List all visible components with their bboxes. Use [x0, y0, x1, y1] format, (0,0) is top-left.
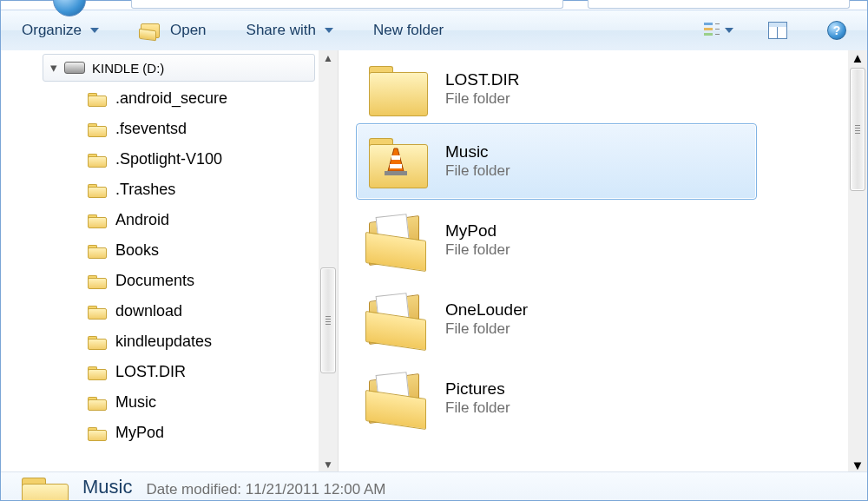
explorer-window: Organize Open Share with New folder ? ▾K… — [0, 0, 868, 501]
folder-icon — [365, 214, 428, 267]
tree-node[interactable]: .Spotlight-V100 — [11, 144, 338, 175]
folder-icon — [88, 122, 107, 137]
share-with-button[interactable]: Share with — [241, 18, 339, 43]
item-type: File folder — [445, 162, 510, 181]
drive-icon — [64, 62, 85, 74]
tree-node[interactable]: kindleupdates — [11, 326, 338, 357]
chevron-down-icon — [325, 28, 333, 33]
items-scrollbar[interactable]: ▲ ▼ — [848, 50, 867, 474]
folder-open-icon — [139, 21, 161, 40]
command-bar: Organize Open Share with New folder ? — [1, 10, 867, 51]
tree-node-label: kindleupdates — [115, 333, 212, 351]
nav-pane: ▾KINDLE (D:).android_secure.fseventsd.Sp… — [1, 50, 339, 474]
folder-icon — [88, 425, 107, 441]
items-view[interactable]: LOST.DIRFile folderMusicFile folderMyPod… — [339, 50, 867, 474]
item-name: OneLouder — [445, 300, 528, 320]
folder-icon — [88, 395, 107, 411]
tree-node-label: .fseventsd — [115, 120, 187, 138]
organize-label: Organize — [22, 22, 82, 39]
tree-node-label: .Spotlight-V100 — [115, 150, 222, 168]
tree-node-label: Documents — [115, 272, 194, 290]
tree-drive-header[interactable]: ▾KINDLE (D:) — [43, 54, 315, 82]
folder-icon — [365, 135, 428, 188]
details-date-modified: Date modified: 11/21/2011 12:00 AM — [146, 481, 385, 498]
item-name: MyPod — [445, 221, 510, 241]
details-name: Music — [82, 476, 132, 498]
tree-node-label: LOST.DIR — [115, 363, 186, 381]
share-label: Share with — [247, 22, 316, 39]
chevron-down-icon — [725, 28, 733, 33]
scroll-thumb[interactable] — [320, 267, 336, 373]
file-item[interactable]: OneLouderFile folder — [356, 281, 757, 358]
help-icon: ? — [827, 21, 846, 40]
tree-node[interactable]: .fseventsd — [11, 114, 338, 144]
tree-node-label: .android_secure — [115, 89, 227, 108]
folder-icon — [88, 243, 107, 259]
scroll-down-icon[interactable]: ▼ — [852, 458, 865, 472]
tree-node-label: Books — [115, 241, 159, 260]
folder-icon — [88, 213, 107, 228]
svg-rect-0 — [391, 155, 400, 160]
open-label: Open — [170, 22, 207, 39]
item-name: Music — [445, 142, 510, 162]
tree-node[interactable]: Books — [11, 235, 338, 266]
scroll-thumb[interactable] — [850, 68, 865, 191]
nav-scrollbar[interactable]: ▲ ▼ — [319, 50, 338, 474]
open-button[interactable]: Open — [134, 17, 212, 43]
tree-node[interactable]: .Trashes — [11, 175, 338, 205]
scroll-up-icon[interactable]: ▲ — [852, 50, 865, 65]
file-item[interactable]: LOST.DIRFile folder — [356, 58, 757, 121]
item-type: File folder — [445, 320, 528, 339]
scroll-up-icon[interactable]: ▲ — [323, 50, 333, 66]
vlc-icon — [383, 147, 409, 176]
tree-node[interactable]: download — [11, 296, 338, 326]
file-item[interactable]: MyPodFile folder — [356, 202, 757, 279]
tree-node[interactable]: Music — [11, 387, 338, 418]
preview-pane-button[interactable] — [763, 18, 792, 43]
details-pane: Music Date modified: 11/21/2011 12:00 AM — [1, 471, 867, 500]
folder-icon — [88, 334, 107, 350]
tree-node-label: Android — [115, 211, 169, 229]
folder-icon — [18, 474, 69, 500]
tree-node-label: download — [115, 302, 182, 320]
tree-node[interactable]: Android — [11, 205, 338, 235]
tree-node[interactable]: MyPod — [11, 418, 338, 448]
chevron-down-icon — [90, 28, 99, 33]
scroll-down-icon[interactable]: ▼ — [323, 457, 333, 472]
tree-node-label: Music — [115, 393, 156, 412]
preview-pane-icon — [768, 22, 787, 39]
item-name: Pictures — [445, 379, 510, 399]
address-bar[interactable] — [131, 0, 563, 9]
svg-rect-2 — [385, 171, 407, 175]
folder-icon — [365, 372, 428, 425]
item-type: File folder — [445, 399, 510, 418]
folder-icon — [88, 91, 107, 107]
tree-node[interactable]: LOST.DIR — [11, 357, 338, 387]
file-item[interactable]: PicturesFile folder — [356, 360, 757, 437]
tree-node[interactable]: .android_secure — [11, 83, 338, 114]
organize-button[interactable]: Organize — [16, 18, 104, 43]
address-strip — [1, 1, 867, 10]
tree-node-label: .Trashes — [115, 181, 175, 199]
folder-icon — [365, 293, 428, 346]
folder-icon — [88, 365, 107, 380]
help-button[interactable]: ? — [822, 18, 852, 43]
item-type: File folder — [445, 241, 510, 260]
item-name: LOST.DIR — [445, 70, 520, 89]
folder-icon — [88, 274, 107, 289]
view-options-button[interactable] — [704, 18, 733, 43]
svg-rect-1 — [390, 164, 402, 168]
tree-node[interactable]: Documents — [11, 266, 338, 296]
folder-icon — [88, 304, 107, 320]
item-type: File folder — [445, 89, 520, 109]
folder-icon — [365, 63, 428, 116]
new-folder-label: New folder — [373, 22, 444, 39]
folder-icon — [88, 182, 107, 198]
folder-icon — [88, 152, 107, 168]
file-item[interactable]: MusicFile folder — [356, 123, 757, 200]
drive-label: KINDLE (D:) — [92, 61, 164, 76]
search-box[interactable] — [588, 0, 850, 9]
new-folder-button[interactable]: New folder — [368, 18, 449, 43]
tree-node-label: MyPod — [115, 424, 164, 442]
view-list-icon — [704, 23, 720, 38]
